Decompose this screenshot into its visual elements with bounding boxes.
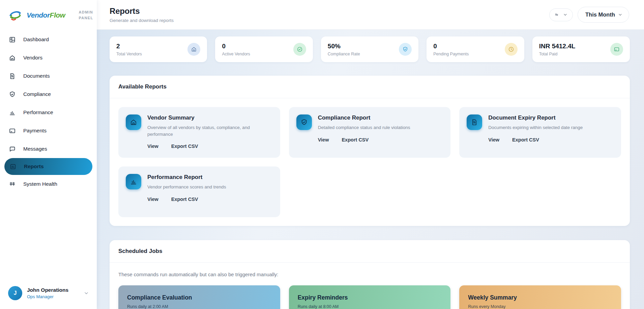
stat-card-compliance-rate: 50%Compliance Rate [321,36,418,62]
sidebar-item-label: Messages [23,146,47,152]
page-subtitle: Generate and download reports [110,18,174,23]
sidebar: VendorFlow ADMIN PANEL Dashboard Vendors… [0,0,97,309]
spacer [0,193,97,279]
view-button[interactable]: View [488,137,499,143]
chevron-down-icon [618,12,623,17]
job-schedule: Runs daily at 8:00 AM [298,304,442,309]
scheduled-jobs-panel: Scheduled Jobs These commands run automa… [110,240,630,309]
content: Reports Generate and download reports Th… [97,0,644,309]
sidebar-item-label: Documents [23,73,50,79]
sidebar-item-label: Vendors [23,55,42,61]
sidebar-item-label: Reports [24,163,44,170]
page-heading: Reports Generate and download reports [110,6,174,23]
job-schedule: Runs daily at 2:00 AM [127,304,271,309]
report-card-performance-report: Performance Report Vendor performance sc… [118,166,280,217]
sidebar-item-messages[interactable]: Messages [0,140,97,158]
stat-value: 2 [116,43,142,50]
stat-label: Total Paid [539,52,576,56]
dashboard-grid-icon [9,36,16,43]
stat-value: 0 [222,43,250,50]
sidebar-item-documents[interactable]: Documents [0,67,97,85]
system-health-icon [9,181,16,188]
stat-value: 0 [433,43,469,50]
report-chart-icon [9,163,17,170]
user-name: John Operations [27,287,79,293]
sidebar-item-label: Performance [23,109,53,115]
sidebar-item-label: Compliance [23,91,51,97]
header-controls: This Month [549,7,629,23]
report-title: Performance Report [147,174,226,181]
bar-chart-icon [9,109,16,116]
page-title: Reports [110,6,174,16]
available-reports-body: Vendor Summary Overview of all vendors b… [110,98,630,226]
sidebar-item-label: System Health [23,181,57,187]
sidebar-item-reports[interactable]: Reports [4,158,92,175]
sidebar-item-performance[interactable]: Performance [0,103,97,122]
report-card-compliance-report: Compliance Report Detailed compliance st… [289,107,451,158]
stat-label: Total Vendors [116,52,142,56]
stats-row: 2Total Vendors 0Active Vendors 50%Compli… [110,36,630,62]
main-area: 2Total Vendors 0Active Vendors 50%Compli… [97,30,644,309]
available-reports-panel: Available Reports Vendor Summary Overvie… [110,76,630,226]
job-card-expiry-reminders[interactable]: Expiry Reminders Runs daily at 8:00 AM [289,285,451,309]
export-csv-button[interactable]: Export CSV [342,137,369,143]
page-header: Reports Generate and download reports Th… [97,0,644,30]
user-role: Ops Manager [27,294,79,299]
stat-label: Compliance Rate [328,52,360,56]
export-csv-button[interactable]: Export CSV [171,197,198,202]
storefront-icon [187,43,200,56]
report-description: Overview of all vendors by status, compl… [147,124,259,137]
chat-bubble-icon [9,146,16,153]
document-icon [467,114,482,130]
job-title: Expiry Reminders [298,294,442,301]
shield-check-icon [399,43,412,56]
stat-card-total-paid: INR 5412.4LTotal Paid [532,36,630,62]
sidebar-item-dashboard[interactable]: Dashboard [0,30,97,49]
export-csv-button[interactable]: Export CSV [512,137,539,143]
stat-value: 50% [328,43,360,50]
export-csv-button[interactable]: Export CSV [171,144,198,149]
sidebar-item-compliance[interactable]: Compliance [0,85,97,103]
user-meta: John Operations Ops Manager [27,287,79,299]
filter-dropdown[interactable] [549,8,573,21]
period-dropdown[interactable]: This Month [578,7,629,23]
report-title: Vendor Summary [147,114,259,121]
shield-check-icon [296,114,312,130]
job-card-compliance-evaluation[interactable]: Compliance Evaluation Runs daily at 2:00… [118,285,280,309]
sidebar-item-vendors[interactable]: Vendors [0,49,97,67]
stat-label: Active Vendors [222,52,250,56]
job-card-weekly-summary[interactable]: Weekly Summary Runs every Monday [459,285,621,309]
view-button[interactable]: View [318,137,329,143]
vendorflow-logo-icon [8,9,22,21]
storefront-icon [9,54,16,61]
chevron-down-icon [83,290,89,296]
app-root: VendorFlow ADMIN PANEL Dashboard Vendors… [0,0,644,309]
document-icon [9,73,16,80]
view-button[interactable]: View [147,197,158,202]
sidebar-item-label: Dashboard [23,36,49,43]
report-description: Vendor performance scores and trends [147,184,226,190]
chevron-down-icon [563,12,568,17]
job-title: Weekly Summary [468,294,612,301]
view-button[interactable]: View [147,144,158,149]
available-reports-title: Available Reports [110,76,630,98]
credit-card-icon [9,127,16,134]
check-circle-icon [293,43,306,56]
report-card-vendor-summary: Vendor Summary Overview of all vendors b… [118,107,280,158]
scheduled-jobs-title: Scheduled Jobs [110,240,630,263]
stat-card-total-vendors: 2Total Vendors [110,36,207,62]
report-title: Document Expiry Report [488,114,583,121]
stat-card-pending-payments: 0Pending Payments [427,36,524,62]
waves-icon [554,12,560,18]
avatar: J [8,286,22,300]
sidebar-item-payments[interactable]: Payments [0,122,97,140]
stat-value: INR 5412.4L [539,43,576,50]
report-description: Detailed compliance status and rule viol… [318,124,410,131]
sidebar-item-label: Payments [23,128,47,134]
job-title: Compliance Evaluation [127,294,271,301]
sidebar-item-system-health[interactable]: System Health [0,175,97,193]
jobs-grid: Compliance Evaluation Runs daily at 2:00… [118,285,621,309]
scheduled-jobs-note: These commands run automatically but can… [118,272,621,277]
user-menu[interactable]: J John Operations Ops Manager [0,279,97,309]
brand-name: VendorFlow [27,11,65,19]
